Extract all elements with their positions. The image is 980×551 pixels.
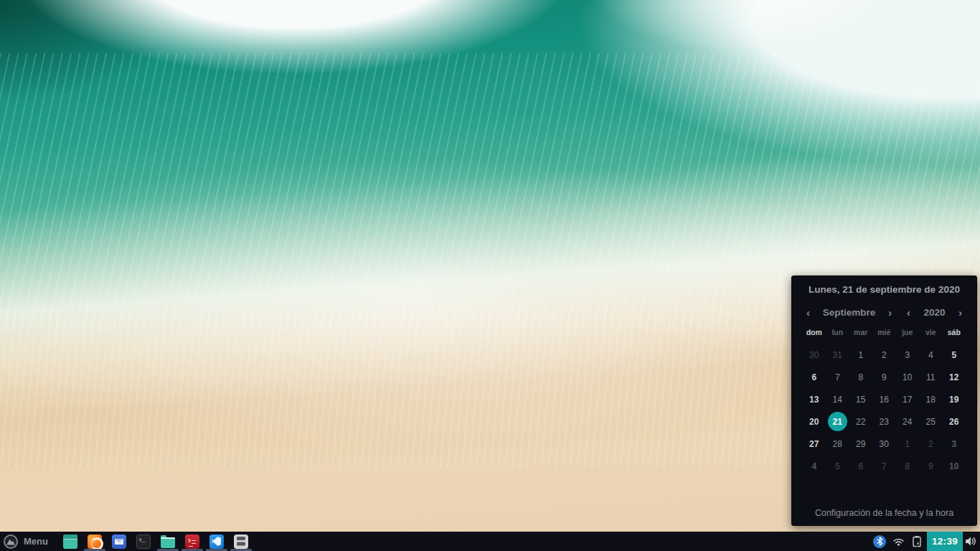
files-icon xyxy=(161,537,175,548)
day-of-week-header: domlunmarmiéjueviesáb xyxy=(803,328,966,336)
calendar-day[interactable]: 23 xyxy=(872,410,896,433)
calendar-day[interactable]: 7 xyxy=(872,455,896,477)
calendar-day[interactable]: 3 xyxy=(896,344,920,366)
calendar-day[interactable]: 11 xyxy=(919,366,943,388)
calendar-popup: Lunes, 21 de septiembre de 2020 ‹ Septie… xyxy=(791,276,977,526)
calendar-day[interactable]: 6 xyxy=(803,366,826,388)
clock-applet[interactable]: 12:39 xyxy=(927,532,963,551)
menu-label: Menu xyxy=(24,536,48,547)
calendar-day[interactable]: 7 xyxy=(826,366,849,388)
dow-label: jue xyxy=(896,328,920,336)
dow-label: dom xyxy=(803,328,826,336)
prev-year-button[interactable]: ‹ xyxy=(903,307,915,318)
calendar-day[interactable]: 10 xyxy=(943,455,966,477)
calendar-day[interactable]: 24 xyxy=(896,410,920,433)
app-vscode[interactable] xyxy=(204,532,229,551)
mint-logo-icon xyxy=(4,534,18,549)
calendar-day[interactable]: 5 xyxy=(826,455,849,477)
calendar-navigation: ‹ Septiembre › ‹ 2020 › xyxy=(792,307,976,318)
battery-icon[interactable] xyxy=(911,535,923,547)
calendar-day[interactable]: 6 xyxy=(849,455,873,477)
dow-label: lun xyxy=(826,328,849,336)
calendar-day[interactable]: 20 xyxy=(803,410,826,433)
calendar-day[interactable]: 26 xyxy=(943,410,966,433)
vscode-icon xyxy=(209,534,224,549)
mail-icon xyxy=(112,534,126,549)
app-files[interactable] xyxy=(156,532,180,551)
calendar-day[interactable]: 18 xyxy=(919,388,943,410)
next-month-button[interactable]: › xyxy=(884,307,897,318)
firefox-icon xyxy=(88,534,102,549)
dow-label: vie xyxy=(919,328,943,336)
app-terminal[interactable] xyxy=(131,532,156,551)
calendar-day[interactable]: 22 xyxy=(849,410,873,433)
calendar-day[interactable]: 27 xyxy=(803,433,826,455)
wifi-icon[interactable] xyxy=(892,537,905,546)
calendar-day[interactable]: 8 xyxy=(849,366,873,388)
calendar-day[interactable]: 15 xyxy=(849,388,873,410)
calendar-day[interactable]: 30 xyxy=(872,433,896,455)
calendar-day[interactable]: 31 xyxy=(826,344,849,366)
calendar-day[interactable]: 25 xyxy=(919,410,943,433)
window-group-icon xyxy=(234,534,248,549)
calendar-day[interactable]: 30 xyxy=(803,344,826,366)
calendar-day[interactable]: 9 xyxy=(872,366,896,388)
terminal-red-icon xyxy=(185,534,199,549)
app-terminal-red[interactable] xyxy=(180,532,204,551)
datetime-settings-link[interactable]: Configuración de la fecha y la hora xyxy=(792,508,976,518)
terminal-icon xyxy=(136,534,151,549)
month-label: Septiembre xyxy=(815,307,884,318)
volume-icon[interactable] xyxy=(963,536,979,547)
dow-label: mié xyxy=(872,328,896,336)
calendar-date-title: Lunes, 21 de septiembre de 2020 xyxy=(792,284,976,295)
app-window-group[interactable] xyxy=(229,532,253,551)
calendar-day[interactable]: 13 xyxy=(803,388,826,410)
calendar-day[interactable]: 2 xyxy=(872,344,896,366)
bluetooth-icon[interactable] xyxy=(873,535,886,548)
calendar-day[interactable]: 29 xyxy=(849,433,873,455)
app-show-desktop[interactable] xyxy=(58,532,83,551)
system-tray xyxy=(873,535,923,548)
calendar-day[interactable]: 17 xyxy=(896,388,920,410)
calendar-day[interactable]: 4 xyxy=(803,455,826,477)
calendar-day[interactable]: 8 xyxy=(896,455,920,477)
calendar-day[interactable]: 4 xyxy=(919,344,943,366)
dow-label: mar xyxy=(849,328,873,336)
calendar-grid: 3031123456789101112131415161718192021222… xyxy=(803,344,966,477)
calendar-day[interactable]: 3 xyxy=(943,433,966,455)
year-label: 2020 xyxy=(915,307,954,318)
calendar-day[interactable]: 9 xyxy=(919,455,943,477)
app-firefox[interactable] xyxy=(83,532,107,551)
calendar-day[interactable]: 10 xyxy=(896,366,920,388)
bottom-panel: Menu 12:39 xyxy=(0,532,980,551)
window-list xyxy=(58,532,253,551)
next-year-button[interactable]: › xyxy=(954,307,967,318)
calendar-day[interactable]: 28 xyxy=(826,433,849,455)
calendar-day[interactable]: 5 xyxy=(943,344,966,366)
app-mail[interactable] xyxy=(107,532,131,551)
calendar-day[interactable]: 2 xyxy=(919,433,943,455)
calendar-day[interactable]: 1 xyxy=(896,433,920,455)
calendar-day-selected[interactable]: 21 xyxy=(826,410,849,433)
calendar-day[interactable]: 14 xyxy=(826,388,849,410)
show-desktop-icon xyxy=(63,534,77,549)
calendar-day[interactable]: 12 xyxy=(943,366,966,388)
calendar-day[interactable]: 16 xyxy=(872,388,896,410)
dow-label: sáb xyxy=(943,328,966,336)
menu-button[interactable]: Menu xyxy=(0,532,54,551)
clock-time: 12:39 xyxy=(932,536,958,547)
prev-month-button[interactable]: ‹ xyxy=(802,307,815,318)
calendar-day[interactable]: 19 xyxy=(943,388,966,410)
calendar-day[interactable]: 1 xyxy=(849,344,873,366)
